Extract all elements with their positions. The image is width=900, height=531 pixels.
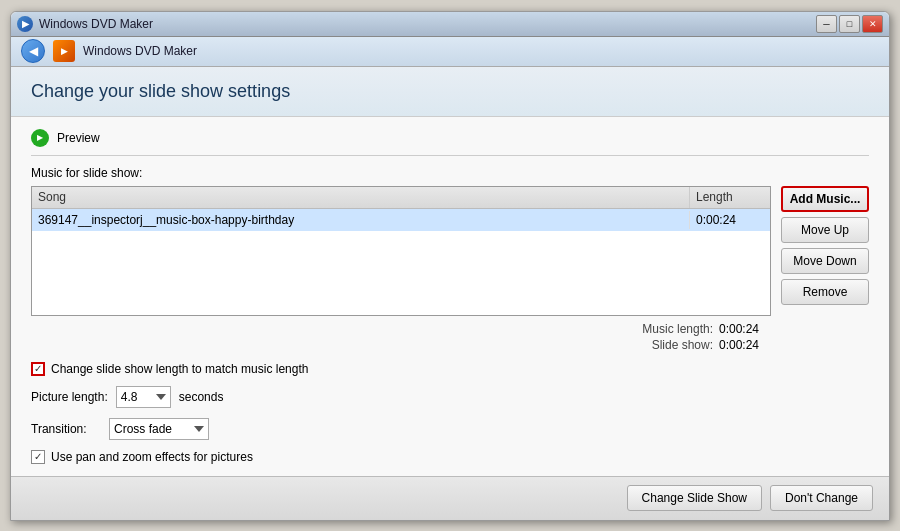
table-header: Song Length xyxy=(32,187,770,209)
window-controls: ─ □ ✕ xyxy=(816,15,883,33)
footer: Change Slide Show Don't Change xyxy=(11,476,889,520)
picture-length-dropdown[interactable]: 4.8 3.0 5.0 6.0 7.0 xyxy=(116,386,171,408)
close-button[interactable]: ✕ xyxy=(862,15,883,33)
table-body: 369147__inspectorj__music-box-happy-birt… xyxy=(32,209,770,315)
nav-app-title: Windows DVD Maker xyxy=(83,44,197,58)
slide-show-value: 0:00:24 xyxy=(719,338,769,352)
music-length-label: Music length: xyxy=(642,322,713,336)
picture-length-unit: seconds xyxy=(179,390,224,404)
info-rows: Music length: 0:00:24 Slide show: 0:00:2… xyxy=(31,322,869,352)
slide-show-row: Slide show: 0:00:24 xyxy=(652,338,769,352)
music-area: Song Length 369147__inspectorj__music-bo… xyxy=(31,186,869,316)
transition-row: Transition: Cross fade Dissolve Wipe Non… xyxy=(31,418,869,440)
preview-label[interactable]: Preview xyxy=(57,131,100,145)
music-length-value: 0:00:24 xyxy=(719,322,769,336)
move-up-button[interactable]: Move Up xyxy=(781,217,869,243)
window-title: Windows DVD Maker xyxy=(39,17,153,31)
remove-button[interactable]: Remove xyxy=(781,279,869,305)
main-window: ▶ Windows DVD Maker ─ □ ✕ ◀ ▶ Windows DV… xyxy=(10,11,890,521)
title-bar-left: ▶ Windows DVD Maker xyxy=(17,16,153,32)
app-logo-icon: ▶ xyxy=(53,40,75,62)
pan-zoom-checkbox-row: Use pan and zoom effects for pictures xyxy=(31,450,869,464)
cell-song-name: 369147__inspectorj__music-box-happy-birt… xyxy=(32,211,690,229)
cell-song-length: 0:00:24 xyxy=(690,211,770,229)
pan-zoom-checkbox[interactable] xyxy=(31,450,45,464)
app-icon: ▶ xyxy=(17,16,33,32)
preview-play-icon: ▶ xyxy=(31,129,49,147)
add-music-button[interactable]: Add Music... xyxy=(781,186,869,212)
maximize-button[interactable]: □ xyxy=(839,15,860,33)
match-music-checkbox[interactable] xyxy=(31,362,45,376)
preview-row: ▶ Preview xyxy=(31,129,869,156)
content-area: Change your slide show settings ▶ Previe… xyxy=(11,67,889,520)
nav-bar: ◀ ▶ Windows DVD Maker xyxy=(11,37,889,67)
dont-change-button[interactable]: Don't Change xyxy=(770,485,873,511)
page-header: Change your slide show settings xyxy=(11,67,889,117)
match-music-label: Change slide show length to match music … xyxy=(51,362,308,376)
back-button[interactable]: ◀ xyxy=(21,39,45,63)
page-title: Change your slide show settings xyxy=(31,81,869,102)
music-table: Song Length 369147__inspectorj__music-bo… xyxy=(31,186,771,316)
transition-label: Transition: xyxy=(31,422,101,436)
music-section: Music for slide show: Song Length 369147… xyxy=(31,166,869,352)
transition-dropdown[interactable]: Cross fade Dissolve Wipe None xyxy=(109,418,209,440)
table-row[interactable]: 369147__inspectorj__music-box-happy-birt… xyxy=(32,209,770,231)
slide-show-label: Slide show: xyxy=(652,338,713,352)
picture-length-label: Picture length: xyxy=(31,390,108,404)
move-down-button[interactable]: Move Down xyxy=(781,248,869,274)
minimize-button[interactable]: ─ xyxy=(816,15,837,33)
main-body: ▶ Preview Music for slide show: Song Len… xyxy=(11,117,889,476)
pan-zoom-label: Use pan and zoom effects for pictures xyxy=(51,450,253,464)
picture-length-row: Picture length: 4.8 3.0 5.0 6.0 7.0 seco… xyxy=(31,386,869,408)
column-header-song: Song xyxy=(32,187,690,208)
change-slideshow-button[interactable]: Change Slide Show xyxy=(627,485,762,511)
title-bar: ▶ Windows DVD Maker ─ □ ✕ xyxy=(11,12,889,37)
column-header-length: Length xyxy=(690,187,770,208)
music-length-row: Music length: 0:00:24 xyxy=(642,322,769,336)
music-section-label: Music for slide show: xyxy=(31,166,869,180)
match-music-checkbox-row: Change slide show length to match music … xyxy=(31,362,869,376)
music-buttons: Add Music... Move Up Move Down Remove xyxy=(781,186,869,305)
